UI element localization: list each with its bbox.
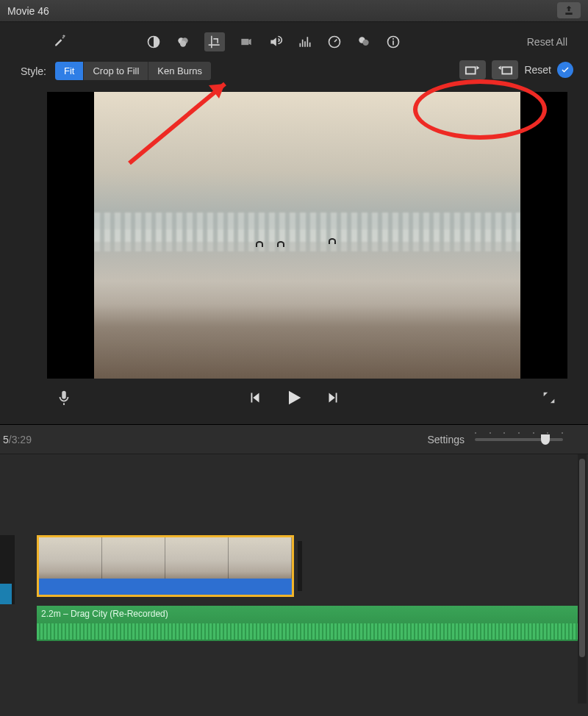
audio-clip[interactable]: 2.2m – Drag City (Re-Recorded): [37, 606, 581, 641]
volume-button[interactable]: [268, 34, 284, 50]
adjust-toolbar: Reset All: [0, 22, 588, 56]
time-bar: 5 / 3:29 Settings: [0, 424, 588, 454]
viewer-panel: Reset All Style: Fit Crop to Fill Ken Bu…: [0, 22, 588, 424]
audio-waveform: [37, 623, 581, 640]
audio-clip-label: 2.2m – Drag City (Re-Recorded): [41, 609, 168, 619]
titlebar: Movie 46: [0, 0, 588, 22]
timeline-leading-clip[interactable]: [0, 535, 15, 604]
project-title: Movie 46: [7, 5, 49, 17]
stabilization-button[interactable]: [238, 34, 254, 50]
style-crop-to-fill[interactable]: Crop to Fill: [84, 62, 148, 80]
noise-equalizer-button[interactable]: [297, 34, 313, 50]
svg-rect-8: [466, 67, 476, 74]
magic-wand-button[interactable]: [51, 32, 68, 49]
play-button[interactable]: [284, 387, 304, 411]
voiceover-mic-button[interactable]: [56, 390, 72, 409]
timeline-scrollbar[interactable]: [578, 454, 587, 704]
style-label: Style:: [21, 65, 46, 77]
color-correction-button[interactable]: [175, 34, 191, 50]
timeline[interactable]: 2.2m – Drag City (Re-Recorded): [0, 454, 588, 704]
next-button[interactable]: [325, 390, 341, 409]
reset-all-button[interactable]: Reset All: [527, 36, 567, 48]
video-clip[interactable]: [37, 535, 294, 597]
share-icon: [563, 4, 575, 16]
rotate-ccw-button[interactable]: [459, 60, 486, 79]
rotate-cw-button[interactable]: [492, 60, 518, 79]
fullscreen-button[interactable]: [541, 390, 557, 409]
time-total: 3:29: [12, 434, 32, 445]
scrollbar-thumb[interactable]: [579, 459, 585, 657]
clip-filter-button[interactable]: [356, 34, 372, 50]
style-segmented: Fit Crop to Fill Ken Burns: [55, 62, 211, 80]
share-button[interactable]: [557, 2, 581, 18]
style-bar: Style: Fit Crop to Fill Ken Burns Reset: [0, 56, 588, 87]
svg-rect-9: [503, 67, 512, 74]
time-current: 5: [3, 434, 9, 445]
timeline-settings-button[interactable]: Settings: [427, 434, 465, 445]
apply-check-button[interactable]: [557, 62, 573, 78]
transport-bar: [0, 379, 588, 424]
svg-point-3: [180, 40, 186, 46]
zoom-knob[interactable]: [541, 434, 550, 445]
info-button[interactable]: [385, 34, 401, 50]
clip-edge-handle[interactable]: [298, 541, 302, 591]
speed-button[interactable]: [326, 34, 343, 50]
svg-point-6: [362, 40, 368, 46]
preview-viewer[interactable]: [47, 92, 567, 379]
crop-reset-button[interactable]: Reset: [524, 64, 551, 76]
style-ken-burns[interactable]: Ken Burns: [148, 62, 211, 80]
prev-button[interactable]: [247, 390, 263, 409]
style-fit[interactable]: Fit: [55, 62, 84, 80]
preview-image: [94, 92, 521, 379]
crop-button[interactable]: [204, 32, 225, 51]
zoom-slider[interactable]: [475, 438, 563, 441]
color-balance-button[interactable]: [146, 34, 162, 50]
